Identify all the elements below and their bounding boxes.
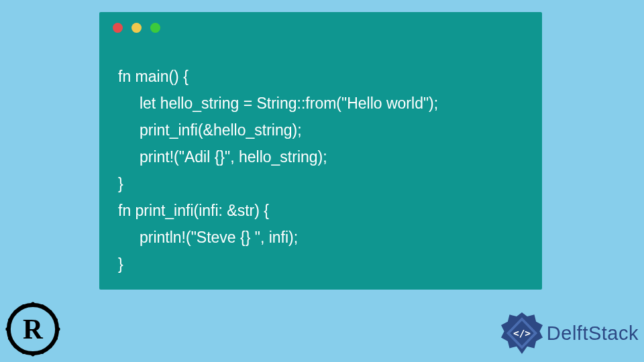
svg-point-9	[22, 304, 25, 308]
svg-point-4	[56, 327, 60, 331]
code-line: let hello_string = String::from("Hello w…	[118, 95, 438, 112]
code-block: fn main() { let hello_string = String::f…	[118, 63, 438, 278]
svg-point-11	[22, 351, 25, 354]
code-line: }	[118, 175, 123, 192]
svg-point-8	[48, 345, 52, 349]
delftstack-logo: </> DelftStack	[500, 311, 639, 355]
rust-logo-icon: R	[4, 300, 62, 358]
code-line: print!("Adil {}", hello_string);	[118, 148, 327, 166]
svg-text:R: R	[23, 314, 44, 345]
code-line: print_infi(&hello_string);	[118, 121, 302, 139]
svg-point-3	[5, 327, 9, 331]
svg-point-14	[8, 337, 11, 340]
code-window: fn main() { let hello_string = String::f…	[99, 12, 542, 290]
delftstack-emblem-icon: </>	[500, 311, 544, 355]
code-line: }	[118, 255, 123, 273]
svg-point-1	[31, 302, 35, 306]
svg-point-16	[54, 337, 58, 340]
minimize-icon[interactable]	[131, 23, 142, 33]
window-controls	[113, 23, 160, 33]
close-icon[interactable]	[113, 23, 123, 33]
svg-point-2	[31, 353, 35, 357]
maximize-icon[interactable]	[150, 23, 160, 33]
svg-point-10	[40, 304, 44, 308]
svg-text:</>: </>	[513, 328, 531, 339]
brand-text: DelftStack	[547, 322, 639, 345]
code-line: println!("Steve {} ", infi);	[118, 229, 298, 246]
code-line: fn print_infi(infi: &str) {	[118, 202, 269, 219]
svg-point-7	[13, 345, 17, 349]
svg-point-6	[48, 310, 52, 314]
svg-point-13	[8, 318, 11, 322]
svg-point-12	[40, 351, 44, 354]
svg-point-5	[13, 310, 17, 314]
svg-point-15	[54, 318, 58, 322]
code-line: fn main() {	[118, 68, 189, 85]
